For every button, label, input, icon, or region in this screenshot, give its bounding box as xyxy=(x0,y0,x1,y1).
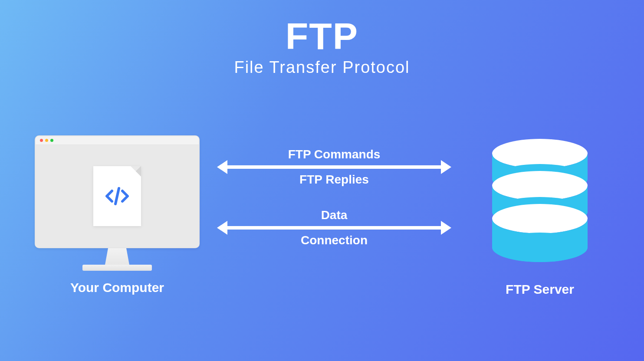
monitor-stand-icon xyxy=(102,248,132,265)
maximize-dot-icon xyxy=(50,139,53,142)
title-block: FTP File Transfer Protocol xyxy=(0,17,644,77)
arrow-label-commands: FTP Commands xyxy=(217,148,451,161)
data-connection: Data Connection xyxy=(217,208,451,247)
code-icon xyxy=(103,182,131,210)
arrow-head-left-icon xyxy=(217,160,227,174)
svg-point-2 xyxy=(492,171,588,200)
window-chrome xyxy=(36,136,199,145)
file-icon xyxy=(93,166,141,226)
svg-point-0 xyxy=(492,139,588,168)
diagram-title: FTP xyxy=(0,17,644,55)
arrow-label-data: Data xyxy=(217,208,451,222)
arrow-shaft-icon xyxy=(227,226,441,230)
screen-area xyxy=(36,145,199,247)
bidirectional-arrow-icon xyxy=(217,225,451,231)
server-label: FTP Server xyxy=(479,282,601,297)
arrow-head-right-icon xyxy=(441,221,451,235)
bidirectional-arrow-icon xyxy=(217,164,451,170)
client-node: Your Computer xyxy=(35,135,200,295)
arrow-head-right-icon xyxy=(441,160,451,174)
file-fold-icon xyxy=(131,166,141,177)
server-node: FTP Server xyxy=(479,139,601,297)
monitor-base-icon xyxy=(82,265,152,271)
connection-arrows: FTP Commands FTP Replies Data Connection xyxy=(217,148,451,269)
arrow-head-left-icon xyxy=(217,221,227,235)
minimize-dot-icon xyxy=(45,139,48,142)
close-dot-icon xyxy=(40,139,43,142)
database-icon xyxy=(488,139,592,265)
monitor-icon xyxy=(35,135,200,248)
arrow-label-replies: FTP Replies xyxy=(217,173,451,187)
command-connection: FTP Commands FTP Replies xyxy=(217,148,451,187)
svg-point-4 xyxy=(492,204,588,233)
arrow-shaft-icon xyxy=(227,165,441,169)
svg-point-5 xyxy=(492,233,588,262)
diagram-subtitle: File Transfer Protocol xyxy=(0,58,644,77)
client-label: Your Computer xyxy=(35,280,200,295)
arrow-label-connection: Connection xyxy=(217,233,451,247)
